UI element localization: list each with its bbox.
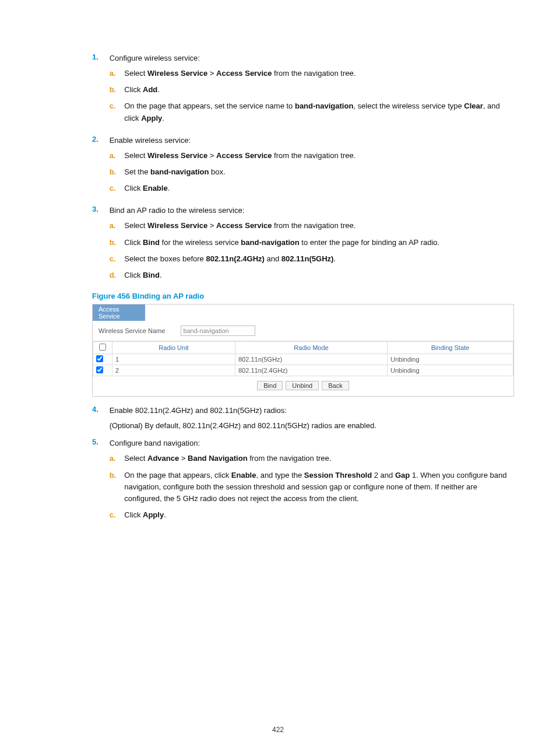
cell-radio-mode: 802.11n(5GHz): [235, 354, 388, 365]
cell-binding-state: Unbinding: [388, 365, 513, 376]
substep-letter: b.: [110, 166, 122, 178]
substep-text: Click Bind for the wireless service band…: [124, 237, 509, 249]
step-text: Enable wireless service:: [110, 136, 191, 145]
substep-text: On the page that appears, set the servic…: [124, 100, 509, 124]
substep-letter: b.: [110, 470, 122, 481]
bind-button[interactable]: Bind: [257, 381, 283, 390]
cell-binding-state: Unbinding: [388, 354, 513, 365]
substep-letter: c.: [110, 183, 122, 194]
col-radio-mode: Radio Mode: [235, 341, 388, 354]
tab-access-service[interactable]: Access Service: [93, 304, 145, 321]
substep-text: Select Wireless Service > Access Service…: [124, 150, 509, 162]
step-number: 5.: [92, 438, 107, 446]
table-row: 2 802.11n(2.4GHz) Unbinding: [93, 365, 513, 376]
substep-text: Set the band-navigation box.: [124, 166, 509, 178]
step-number: 2.: [92, 135, 107, 144]
row-checkbox[interactable]: [96, 355, 103, 362]
substep-letter: a.: [110, 150, 122, 162]
cell-radio-unit: 1: [112, 354, 235, 365]
wireless-service-name-label: Wireless Service Name: [98, 327, 165, 334]
substep-text: Select Advance > Band Navigation from th…: [124, 453, 509, 464]
substep-letter: a.: [110, 220, 122, 232]
row-checkbox[interactable]: [96, 366, 103, 373]
substep-letter: d.: [110, 270, 122, 281]
select-all-checkbox[interactable]: [99, 344, 106, 351]
substep-text: Click Enable.: [124, 183, 509, 194]
ui-screenshot: Access Service Wireless Service Name Rad…: [92, 304, 514, 397]
step-text: Configure wireless service:: [110, 54, 200, 62]
step-text-line2: (Optional) By default, 802.11n(2.4GHz) a…: [110, 420, 376, 432]
substep-letter: c.: [110, 100, 122, 112]
cell-radio-unit: 2: [112, 365, 235, 376]
substep-text: Click Add.: [124, 84, 509, 96]
substep-letter: a.: [110, 453, 122, 464]
step-number: 3.: [92, 205, 107, 214]
col-radio-unit: Radio Unit: [112, 341, 235, 354]
wireless-service-name-input[interactable]: [181, 326, 255, 336]
back-button[interactable]: Back: [322, 381, 349, 390]
step-text: Enable 802.11n(2.4GHz) and 802.11n(5GHz)…: [110, 406, 287, 415]
substep-letter: b.: [110, 84, 122, 96]
substep-text: Select Wireless Service > Access Service…: [124, 220, 509, 232]
substep-text: Select the boxes before 802.11n(2.4GHz) …: [124, 253, 509, 265]
cell-radio-mode: 802.11n(2.4GHz): [235, 365, 388, 376]
substep-letter: c.: [110, 509, 122, 521]
substep-text: On the page that appears, click Enable, …: [124, 470, 509, 505]
step-number: 1.: [92, 52, 107, 61]
figure-title: Figure 456 Binding an AP radio: [92, 292, 523, 300]
table-row: 1 802.11n(5GHz) Unbinding: [93, 354, 513, 365]
unbind-button[interactable]: Unbind: [286, 381, 319, 390]
substep-text: Click Apply.: [124, 509, 509, 521]
step-text: Configure band navigation:: [110, 439, 200, 447]
step-text: Bind an AP radio to the wireless service…: [110, 206, 245, 215]
substep-letter: a.: [110, 68, 122, 79]
col-binding-state: Binding State: [388, 341, 513, 354]
substep-letter: c.: [110, 253, 122, 265]
substep-text: Click Bind.: [124, 270, 509, 281]
step-number: 4.: [92, 405, 107, 414]
substep-text: Select Wireless Service > Access Service…: [124, 68, 509, 79]
substep-letter: b.: [110, 237, 122, 249]
